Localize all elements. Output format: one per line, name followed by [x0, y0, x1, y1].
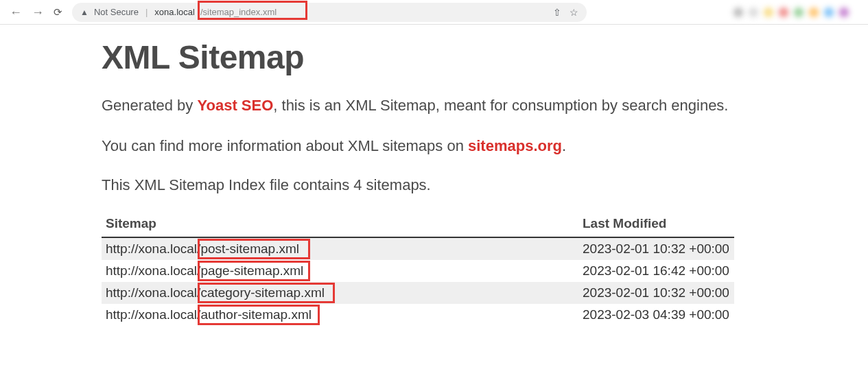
share-icon[interactable]: ⇧ [553, 7, 561, 18]
extension-icon[interactable] [779, 8, 788, 17]
back-icon[interactable]: ← [10, 6, 22, 19]
last-modified-cell: 2023-02-01 10:32 +00:00 [578, 282, 734, 304]
sitemap-url-cell[interactable]: http://xona.local/category-sitemap.xml [102, 282, 578, 304]
url-prefix: http://xona.local/ [106, 263, 200, 278]
page-content: XML Sitemap Generated by Yoast SEO, this… [0, 25, 755, 326]
table-row: http://xona.local/category-sitemap.xml 2… [102, 282, 734, 304]
url-file: page-sitemap.xml [200, 263, 303, 279]
extension-icon[interactable] [809, 8, 819, 17]
extension-icon[interactable] [824, 8, 834, 17]
sitemap-url-cell[interactable]: http://xona.local/author-sitemap.xml [102, 304, 578, 326]
extension-icon[interactable] [839, 8, 849, 17]
extension-icon[interactable] [749, 8, 758, 17]
col-last-modified: Last Modified [578, 211, 734, 237]
table-header-row: Sitemap Last Modified [102, 211, 734, 237]
page-title: XML Sitemap [102, 38, 755, 76]
address-bar-actions: ⇧ ☆ [553, 7, 578, 18]
bookmark-icon[interactable]: ☆ [570, 7, 578, 18]
generated-prefix: Generated by [102, 97, 197, 114]
url-file-text: page-sitemap.xml [200, 263, 303, 278]
sitemap-count-line: This XML Sitemap Index file contains 4 s… [102, 176, 755, 194]
extension-area [592, 8, 863, 17]
warning-icon: ▲ [80, 8, 89, 17]
table-row: http://xona.local/author-sitemap.xml 202… [102, 304, 734, 326]
url-file-text: author-sitemap.xml [200, 307, 312, 322]
url-prefix: http://xona.local/ [106, 241, 200, 256]
extension-icon[interactable] [794, 8, 804, 17]
url-file: author-sitemap.xml [200, 307, 312, 322]
sitemap-url-cell[interactable]: http://xona.local/post-sitemap.xml [102, 237, 578, 260]
table-row: http://xona.local/post-sitemap.xml 2023-… [102, 237, 734, 260]
sitemaps-org-link[interactable]: sitemaps.org [468, 137, 562, 154]
nav-buttons: ← → ⟳ [5, 6, 67, 19]
last-modified-cell: 2023-02-01 16:42 +00:00 [578, 260, 734, 282]
sitemap-url-cell[interactable]: http://xona.local/page-sitemap.xml [102, 260, 578, 282]
extension-icon[interactable] [764, 8, 773, 17]
col-sitemap: Sitemap [102, 211, 578, 237]
url-file-text: category-sitemap.xml [200, 285, 325, 300]
forward-icon[interactable]: → [32, 6, 44, 19]
url-file-text: post-sitemap.xml [200, 241, 299, 256]
url-path: /sitemap_index.xml [200, 7, 277, 17]
more-info-line: You can find more information about XML … [102, 136, 755, 157]
more-info-suffix: . [562, 137, 566, 154]
security-label: Not Secure [94, 7, 139, 17]
url-prefix: http://xona.local/ [106, 285, 200, 300]
last-modified-cell: 2023-02-01 10:32 +00:00 [578, 237, 734, 260]
extension-icon[interactable] [734, 8, 743, 17]
url-divider: | [145, 7, 148, 17]
browser-toolbar: ← → ⟳ ▲ Not Secure | xona.local /sitemap… [0, 0, 868, 25]
table-row: http://xona.local/page-sitemap.xml 2023-… [102, 260, 734, 282]
generated-suffix: , this is an XML Sitemap, meant for cons… [273, 97, 728, 114]
yoast-link[interactable]: Yoast SEO [197, 97, 273, 114]
reload-icon[interactable]: ⟳ [54, 6, 62, 19]
url-file: post-sitemap.xml [200, 241, 299, 257]
url-domain: xona.local [154, 7, 195, 17]
more-info-prefix: You can find more information about XML … [102, 137, 468, 154]
last-modified-cell: 2023-02-03 04:39 +00:00 [578, 304, 734, 326]
address-bar[interactable]: ▲ Not Secure | xona.local /sitemap_index… [72, 3, 587, 22]
sitemap-table: Sitemap Last Modified http://xona.local/… [102, 211, 734, 326]
url-file: category-sitemap.xml [200, 285, 325, 300]
generated-line: Generated by Yoast SEO, this is an XML S… [102, 95, 755, 117]
url-prefix: http://xona.local/ [106, 307, 200, 322]
url-path-text: /sitemap_index.xml [200, 7, 277, 17]
